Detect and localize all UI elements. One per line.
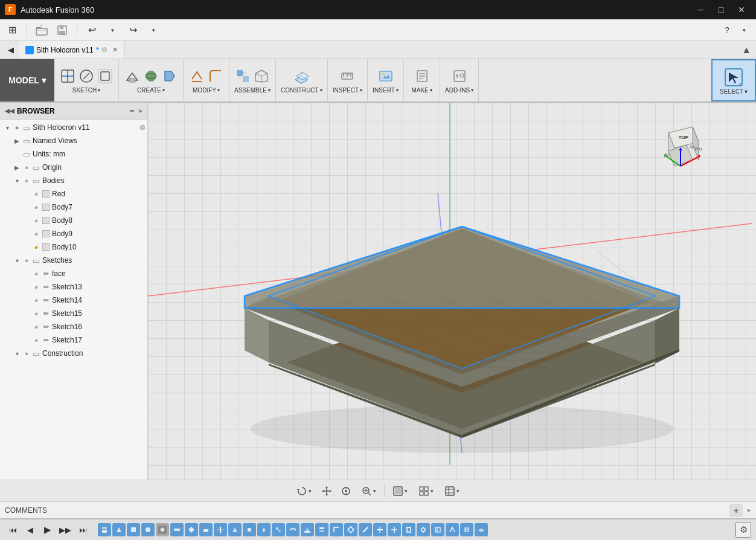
timeline-settings-button[interactable]: ⚙ bbox=[735, 522, 751, 538]
bodies-expander[interactable]: ▾ bbox=[12, 178, 22, 184]
pan-button[interactable] bbox=[318, 483, 335, 500]
construction-expander[interactable]: ▾ bbox=[12, 350, 22, 357]
tl-op-10[interactable] bbox=[228, 523, 242, 536]
tree-item-root[interactable]: ▾ ● ▭ Sith Holocron v11 ⚙ bbox=[0, 121, 147, 134]
sketches-eye-icon[interactable]: ● bbox=[22, 256, 31, 265]
close-button[interactable]: ✕ bbox=[732, 0, 751, 19]
toolbar-group-assemble[interactable]: ASSEMBLE ▾ bbox=[229, 59, 276, 101]
undo-button[interactable]: ↩ bbox=[83, 22, 100, 39]
tl-op-15[interactable] bbox=[301, 523, 314, 536]
tree-item-body10[interactable]: ▶ ● Body10 bbox=[0, 240, 147, 254]
back-button[interactable]: ◀ bbox=[2, 42, 19, 59]
construction-eye-icon[interactable]: ● bbox=[22, 349, 31, 358]
timeline-skip-start-button[interactable]: ⏮ bbox=[5, 522, 21, 538]
tree-item-sketch13[interactable]: ▶ ● ✏ Sketch13 bbox=[0, 280, 147, 294]
tl-op-27[interactable] bbox=[475, 523, 488, 536]
tree-item-named-views[interactable]: ▶ ▭ Named Views bbox=[0, 134, 147, 147]
help-dropdown-button[interactable]: ▾ bbox=[735, 22, 752, 39]
redo-button[interactable]: ↪ bbox=[124, 22, 141, 39]
tl-op-8[interactable] bbox=[199, 523, 213, 536]
origin-eye-icon[interactable]: ● bbox=[22, 162, 31, 172]
maximize-button[interactable]: □ bbox=[711, 0, 731, 19]
root-settings-icon[interactable]: ⚙ bbox=[138, 123, 147, 132]
tl-op-21[interactable] bbox=[388, 523, 401, 536]
tree-item-origin[interactable]: ▶ ● ▭ Origin bbox=[0, 161, 147, 174]
tl-op-20[interactable] bbox=[373, 523, 386, 536]
tree-item-body9[interactable]: ▶ ● Body9 bbox=[0, 227, 147, 240]
tab-collapse-button[interactable]: ▲ bbox=[737, 45, 756, 56]
browser-back-icon[interactable]: ◀◀ bbox=[5, 108, 14, 114]
minimize-button[interactable]: ─ bbox=[691, 0, 710, 19]
viewport[interactable]: TOP FRONT RIGHT bbox=[148, 103, 756, 480]
tl-op-19[interactable] bbox=[359, 523, 372, 536]
display-mode-dropdown[interactable]: ▾ bbox=[388, 484, 412, 498]
tl-op-5[interactable] bbox=[156, 523, 169, 536]
timeline-next-button[interactable]: ▶▶ bbox=[57, 522, 73, 538]
sketch17-eye-icon[interactable]: ● bbox=[31, 335, 41, 345]
toolbar-group-sketch[interactable]: SKETCH ▾ bbox=[54, 59, 119, 101]
tree-item-sketch16[interactable]: ▶ ● ✏ Sketch16 bbox=[0, 320, 147, 333]
sketch13-eye-icon[interactable]: ● bbox=[31, 282, 41, 292]
toolbar-group-add-ins[interactable]: ADD-INS ▾ bbox=[440, 59, 479, 101]
document-tab[interactable]: Sith Holocron v11 * ⚙ ✕ bbox=[19, 41, 124, 59]
look-button[interactable] bbox=[338, 483, 354, 500]
tree-item-sketch14[interactable]: ▶ ● ✏ Sketch14 bbox=[0, 294, 147, 307]
save-button[interactable] bbox=[54, 22, 71, 39]
timeline-play-button[interactable]: ▶ bbox=[40, 522, 56, 538]
tl-op-25[interactable] bbox=[446, 523, 459, 536]
tree-item-body7[interactable]: ▶ ● Body7 bbox=[0, 201, 147, 214]
tl-op-14[interactable] bbox=[286, 523, 300, 536]
tl-op-7[interactable] bbox=[185, 523, 198, 536]
tl-op-9[interactable] bbox=[214, 523, 227, 536]
model-mode-button[interactable]: MODEL ▾ bbox=[0, 59, 54, 101]
tl-op-11[interactable] bbox=[243, 523, 256, 536]
tl-op-24[interactable] bbox=[431, 523, 444, 536]
named-views-expander[interactable]: ▶ bbox=[12, 138, 22, 144]
tl-op-17[interactable] bbox=[330, 523, 343, 536]
tab-close-button[interactable]: ✕ bbox=[112, 46, 118, 54]
orbit-dropdown[interactable]: ▾ bbox=[292, 484, 316, 498]
toolbar-group-inspect[interactable]: INSPECT ▾ bbox=[328, 59, 368, 101]
grid-view-button[interactable]: ⊞ bbox=[4, 22, 21, 39]
tl-op-2[interactable] bbox=[112, 523, 126, 536]
root-eye-icon[interactable]: ● bbox=[12, 123, 22, 132]
tl-op-26[interactable] bbox=[460, 523, 473, 536]
tl-op-23[interactable] bbox=[417, 523, 430, 536]
tree-item-sketch17[interactable]: ▶ ● ✏ Sketch17 bbox=[0, 333, 147, 347]
tree-item-body8[interactable]: ▶ ● Body8 bbox=[0, 214, 147, 227]
body7-eye-icon[interactable]: ● bbox=[31, 202, 41, 212]
tl-op-16[interactable] bbox=[315, 523, 328, 536]
zoom-dropdown[interactable]: ▾ bbox=[357, 484, 380, 498]
body9-eye-icon[interactable]: ● bbox=[31, 229, 41, 239]
tree-item-red[interactable]: ▶ ● Red bbox=[0, 187, 147, 201]
bodies-eye-icon[interactable]: ● bbox=[22, 176, 31, 185]
more-view-dropdown[interactable]: ▾ bbox=[440, 484, 464, 498]
tl-op-18[interactable] bbox=[344, 523, 357, 536]
tl-op-3[interactable] bbox=[127, 523, 140, 536]
tl-op-6[interactable] bbox=[170, 523, 184, 536]
toolbar-group-construct[interactable]: CONSTRUCT ▾ bbox=[276, 59, 328, 101]
sketches-expander[interactable]: ▾ bbox=[12, 257, 22, 264]
redo-dropdown-button[interactable]: ▾ bbox=[145, 22, 162, 39]
undo-dropdown-button[interactable]: ▾ bbox=[104, 22, 121, 39]
root-expander[interactable]: ▾ bbox=[2, 124, 12, 131]
tree-item-construction[interactable]: ▾ ● ▭ Construction bbox=[0, 347, 147, 360]
body10-eye-icon[interactable]: ● bbox=[31, 242, 41, 252]
comments-add-button[interactable]: + bbox=[729, 504, 743, 517]
grid-dropdown[interactable]: ▾ bbox=[414, 484, 438, 498]
help-button[interactable]: ? bbox=[719, 22, 735, 39]
toolbar-group-select[interactable]: SELECT ▾ bbox=[711, 59, 756, 101]
open-button[interactable]: ▾ bbox=[33, 22, 50, 39]
toolbar-group-make[interactable]: MAKE ▾ bbox=[404, 59, 440, 101]
tree-item-sketch15[interactable]: ▶ ● ✏ Sketch15 bbox=[0, 307, 147, 320]
sketch16-eye-icon[interactable]: ● bbox=[31, 322, 41, 332]
browser-expand-icon[interactable]: ▸ bbox=[139, 107, 143, 115]
origin-expander[interactable]: ▶ bbox=[12, 164, 22, 171]
browser-collapse-icon[interactable]: − bbox=[129, 106, 134, 115]
toolbar-group-modify[interactable]: MODIFY ▾ bbox=[184, 59, 229, 101]
tree-item-face[interactable]: ▶ ● ✏ face bbox=[0, 267, 147, 280]
tl-op-4[interactable] bbox=[141, 523, 155, 536]
tl-op-12[interactable] bbox=[257, 523, 271, 536]
tl-op-13[interactable] bbox=[272, 523, 285, 536]
red-eye-icon[interactable]: ● bbox=[31, 189, 41, 199]
